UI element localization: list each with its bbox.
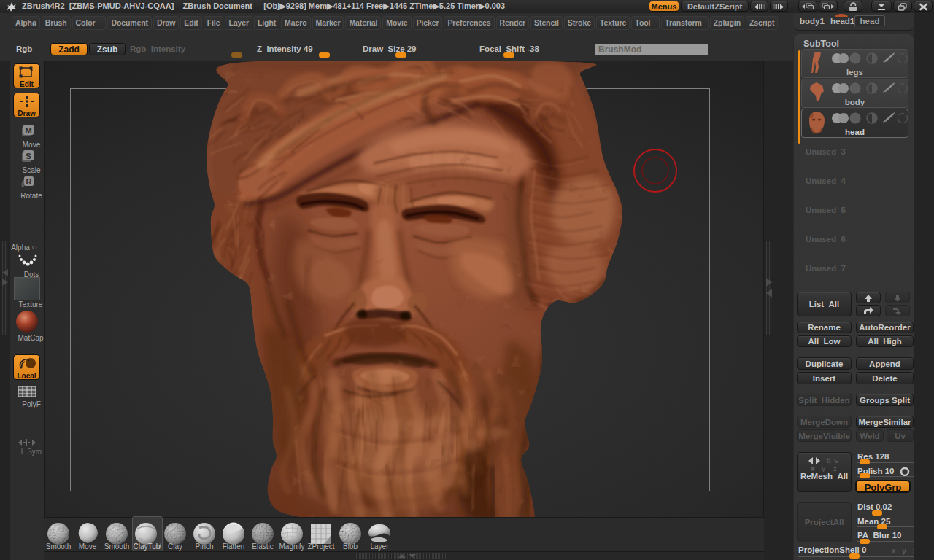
svg-text:z: z	[833, 465, 837, 472]
svg-text:↘: ↘	[833, 457, 839, 464]
svg-text:✖: ✖	[810, 465, 816, 472]
svg-text:y: y	[822, 465, 825, 472]
svg-text:S: S	[26, 152, 31, 160]
svg-text:R: R	[26, 177, 32, 186]
svg-text:⇅: ⇅	[826, 457, 832, 464]
svg-text:M: M	[25, 126, 31, 135]
